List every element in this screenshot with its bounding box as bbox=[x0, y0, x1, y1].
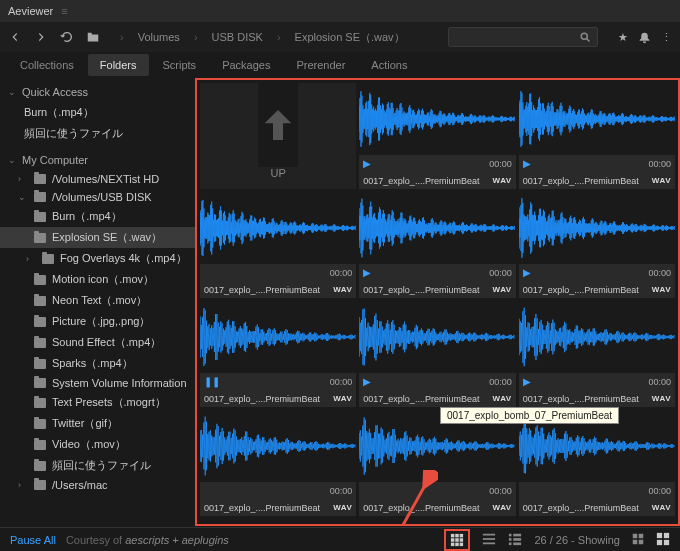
courtesy-label: Courtesy of aescripts + aeplugins bbox=[66, 534, 229, 546]
sidebar-item[interactable]: Sound Effect（.mp4） bbox=[0, 332, 195, 353]
sidebar-item[interactable]: Text Presets（.mogrt） bbox=[0, 392, 195, 413]
play-icon[interactable]: ▶ bbox=[363, 267, 371, 278]
tab-prerender[interactable]: Prerender bbox=[284, 54, 357, 76]
folder-icon bbox=[42, 254, 54, 264]
play-icon[interactable]: ▶ bbox=[523, 376, 531, 387]
time-label: 00:00 bbox=[648, 159, 671, 169]
sidebar-item[interactable]: Neon Text（.mov） bbox=[0, 290, 195, 311]
play-icon[interactable]: ❚❚ bbox=[204, 376, 220, 387]
up-arrow-icon bbox=[258, 105, 298, 145]
sidebar-item[interactable]: Burn（.mp4） bbox=[0, 206, 195, 227]
star-icon[interactable]: ★ bbox=[618, 31, 628, 44]
breadcrumb-item[interactable]: Explosion SE（.wav） bbox=[291, 28, 409, 47]
menu-dots-icon[interactable]: ⋮ bbox=[661, 31, 672, 44]
sidebar-item[interactable]: ›Fog Overlays 4k（.mp4） bbox=[0, 248, 195, 269]
refresh-icon[interactable] bbox=[60, 30, 74, 44]
waveform bbox=[359, 301, 515, 373]
time-label: 00:00 bbox=[648, 486, 671, 496]
titlebar-expand-icon[interactable]: ≡ bbox=[61, 5, 67, 17]
view-detail-button[interactable] bbox=[508, 532, 522, 548]
svg-line-1 bbox=[403, 480, 428, 525]
folder-icon bbox=[34, 461, 46, 471]
up-folder-cell[interactable]: UP bbox=[200, 83, 356, 189]
breadcrumb-item[interactable]: USB DISK bbox=[208, 29, 267, 45]
back-icon[interactable] bbox=[8, 30, 22, 44]
app-title: Aeviewer bbox=[8, 5, 53, 17]
sidebar-item[interactable]: Video（.mov） bbox=[0, 434, 195, 455]
file-grid: UP ▶ 00:00 0017_explo_....PremiumBeat WA… bbox=[195, 78, 680, 526]
play-icon[interactable]: ▶ bbox=[363, 376, 371, 387]
tab-actions[interactable]: Actions bbox=[359, 54, 419, 76]
svg-rect-13 bbox=[483, 542, 495, 544]
waveform bbox=[200, 192, 356, 264]
svg-rect-7 bbox=[460, 538, 464, 542]
svg-rect-25 bbox=[664, 532, 669, 537]
sidebar: ⌄Quick Access Burn（.mp4） 頻回に使うファイル ⌄My C… bbox=[0, 78, 195, 526]
folder-icon bbox=[34, 440, 46, 450]
play-icon[interactable]: ▶ bbox=[523, 158, 531, 169]
sidebar-item[interactable]: Picture（.jpg,.png） bbox=[0, 311, 195, 332]
sidebar-item-volume[interactable]: ›/Volumes/NEXTist HD bbox=[0, 170, 195, 188]
quick-access-section[interactable]: ⌄Quick Access bbox=[0, 82, 195, 102]
svg-rect-16 bbox=[509, 538, 512, 541]
tab-folders[interactable]: Folders bbox=[88, 54, 149, 76]
svg-rect-22 bbox=[633, 539, 638, 544]
waveform bbox=[359, 83, 515, 155]
audio-file-cell[interactable]: ▶ 00:00 0017_explo_....PremiumBeat WAV bbox=[519, 192, 675, 298]
my-computer-section[interactable]: ⌄My Computer bbox=[0, 150, 195, 170]
svg-rect-19 bbox=[514, 542, 522, 545]
sidebar-item-volume[interactable]: ›/Users/mac bbox=[0, 476, 195, 494]
audio-file-cell[interactable]: 00:00 0017_explo_....PremiumBeat WAV bbox=[200, 410, 356, 516]
audio-file-cell[interactable]: 00:00 0017_explo_....PremiumBeat WAV bbox=[519, 410, 675, 516]
audio-file-cell[interactable]: ❚❚ 00:00 0017_explo_....PremiumBeat WAV bbox=[200, 301, 356, 407]
view-thumb-large-button[interactable] bbox=[656, 532, 670, 548]
tab-scripts[interactable]: Scripts bbox=[151, 54, 209, 76]
up-label: UP bbox=[271, 167, 286, 189]
svg-rect-10 bbox=[460, 542, 464, 546]
folder-icon bbox=[34, 398, 46, 408]
audio-file-cell[interactable]: ▶ 00:00 0017_explo_....PremiumBeat WAV bbox=[519, 301, 675, 407]
file-name: 0017_explo_....PremiumBeat bbox=[204, 285, 320, 295]
sidebar-item[interactable]: Explosion SE（.wav） bbox=[0, 227, 195, 248]
svg-rect-2 bbox=[451, 533, 455, 537]
waveform bbox=[519, 192, 675, 264]
sidebar-item[interactable]: System Volume Information bbox=[0, 374, 195, 392]
folder-icon[interactable] bbox=[86, 30, 100, 44]
sidebar-item[interactable]: 頻回に使うファイル bbox=[0, 455, 195, 476]
tab-packages[interactable]: Packages bbox=[210, 54, 282, 76]
audio-file-cell[interactable]: ▶ 00:00 0017_explo_....PremiumBeat WAV bbox=[359, 192, 515, 298]
format-badge: WAV bbox=[493, 503, 512, 512]
search-icon bbox=[579, 31, 591, 43]
time-label: 00:00 bbox=[489, 159, 512, 169]
pause-all-button[interactable]: Pause All bbox=[10, 534, 56, 546]
sidebar-item[interactable]: Sparks（.mp4） bbox=[0, 353, 195, 374]
chevron-right-icon: › bbox=[190, 29, 202, 45]
format-badge: WAV bbox=[493, 285, 512, 294]
view-list-button[interactable] bbox=[482, 532, 496, 548]
time-label: 00:00 bbox=[648, 377, 671, 387]
audio-file-cell[interactable]: ▶ 00:00 0017_explo_....PremiumBeat WAV bbox=[519, 83, 675, 189]
sidebar-item[interactable]: Burn（.mp4） bbox=[0, 102, 195, 123]
statusbar: Pause All Courtesy of aescripts + aeplug… bbox=[0, 527, 680, 551]
play-icon[interactable]: ▶ bbox=[363, 158, 371, 169]
view-thumb-small-button[interactable] bbox=[632, 533, 644, 547]
file-name: 0017_explo_....PremiumBeat bbox=[523, 394, 639, 404]
svg-rect-12 bbox=[483, 538, 495, 540]
tab-collections[interactable]: Collections bbox=[8, 54, 86, 76]
bell-icon[interactable] bbox=[638, 31, 651, 44]
time-label: 00:00 bbox=[489, 268, 512, 278]
play-icon[interactable]: ▶ bbox=[523, 267, 531, 278]
file-name: 0017_explo_....PremiumBeat bbox=[363, 285, 479, 295]
audio-file-cell[interactable]: 00:00 0017_explo_....PremiumBeat WAV bbox=[200, 192, 356, 298]
sidebar-item[interactable]: 頻回に使うファイル bbox=[0, 123, 195, 144]
audio-file-cell[interactable]: ▶ 00:00 0017_explo_....PremiumBeat WAV bbox=[359, 301, 515, 407]
audio-file-cell[interactable]: ▶ 00:00 0017_explo_....PremiumBeat WAV bbox=[359, 83, 515, 189]
forward-icon[interactable] bbox=[34, 30, 48, 44]
sidebar-item-volume[interactable]: ⌄/Volumes/USB DISK bbox=[0, 188, 195, 206]
sidebar-item[interactable]: Twitter（gif） bbox=[0, 413, 195, 434]
view-grid-button[interactable] bbox=[444, 529, 470, 551]
search-input[interactable] bbox=[448, 27, 598, 47]
svg-rect-23 bbox=[639, 539, 644, 544]
sidebar-item[interactable]: Motion icon（.mov） bbox=[0, 269, 195, 290]
breadcrumb-item[interactable]: Volumes bbox=[134, 29, 184, 45]
